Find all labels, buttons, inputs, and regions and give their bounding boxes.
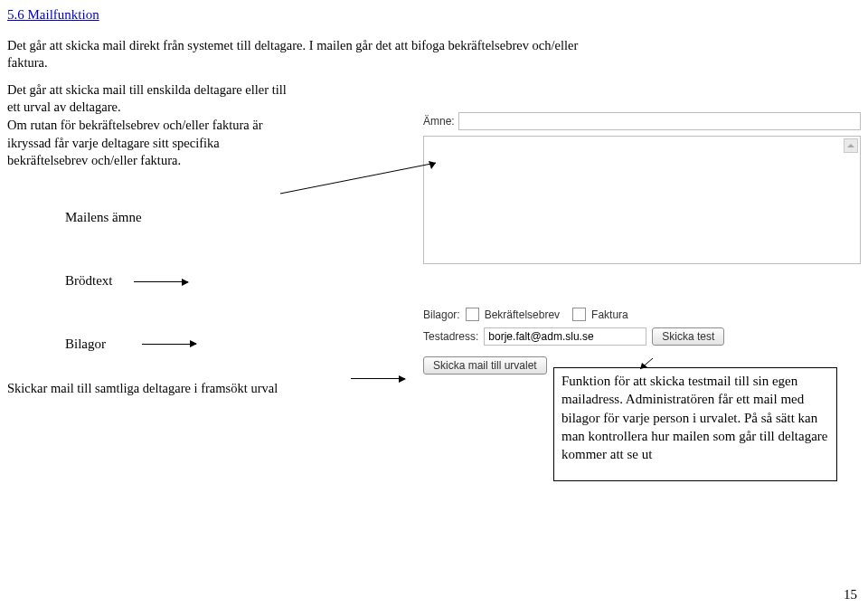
skicka-urval-button[interactable]: Skicka mail till urvalet <box>423 356 547 375</box>
checkbox-label-bekraftelsebrev: Bekräftelsebrev <box>485 308 560 322</box>
subject-row: Ämne: <box>423 112 861 130</box>
testaddress-label: Testadress: <box>423 329 478 344</box>
attachments-row: Bilagor: Bekräftelsebrev Faktura <box>423 308 861 322</box>
skicka-test-button[interactable]: Skicka test <box>652 327 724 346</box>
label-mailens-amne: Mailens ämne <box>65 208 423 226</box>
page-number: 15 <box>844 585 857 603</box>
label-brodtext: Brödtext <box>65 271 423 289</box>
explanation-block: Det går att skicka mail till enskilda de… <box>7 81 288 170</box>
arrow-icon <box>351 378 405 379</box>
arrow-icon <box>134 281 188 282</box>
section-heading: 5.6 Mailfunktion <box>7 5 861 24</box>
attachments-label: Bilagor: <box>423 308 460 322</box>
intro-paragraph: Det går att skicka mail direkt från syst… <box>7 37 604 72</box>
subject-label: Ämne: <box>423 114 455 128</box>
subject-input[interactable] <box>458 112 861 130</box>
checkbox-bekraftelsebrev[interactable] <box>466 308 479 321</box>
testaddress-input[interactable] <box>484 327 646 346</box>
note-box: Funktion för att skicka testmail till si… <box>553 367 837 481</box>
testaddress-row: Testadress: Skicka test <box>423 327 861 346</box>
checkbox-label-faktura: Faktura <box>591 308 628 322</box>
skickar-mail-text: Skickar mail till samtliga deltagare i f… <box>7 380 278 398</box>
body-textarea[interactable] <box>423 136 861 264</box>
chevron-up-icon <box>844 138 858 153</box>
checkbox-faktura[interactable] <box>572 308 586 321</box>
label-bilagor: Bilagor <box>65 335 423 353</box>
arrow-icon <box>142 344 196 345</box>
